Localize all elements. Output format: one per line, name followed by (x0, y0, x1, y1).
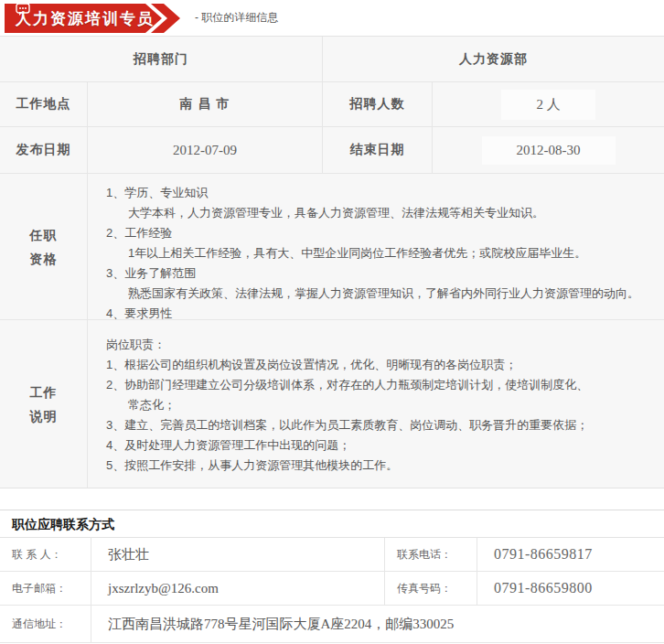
speech-bubble-icon (16, 3, 31, 16)
qualification-content: 1、学历、专业知识 大学本科，人力资源管理专业，具备人力资源管理、法律法规等相关… (88, 174, 664, 320)
job-description-label: 工作 说明 (0, 320, 88, 488)
address-value: 江西南昌洪城路778号星河国际大厦A座2204，邮编330025 (91, 606, 664, 643)
page-subtitle: - 职位的详细信息 (195, 10, 278, 26)
job-detail-table: 招聘部门 人力资源部 工作地点 南 昌 市 招聘人数 2 人 发布日期 2012… (0, 36, 664, 488)
contact-section: 职位应聘联系方式 联 系 人： 张壮壮 联系电话： 0791-86659817 … (0, 510, 664, 643)
description-line: 5、按照工作安排，从事人力资源管理其他模块的工作。 (106, 456, 398, 476)
job-title-ribbon: 人力资源培训专员 (5, 3, 187, 34)
page-header: 人力资源培训专员 - 职位的详细信息 (0, 0, 664, 36)
fax-label: 传真号码： (385, 572, 477, 606)
qualification-line: 熟悉国家有关政策、法律法规，掌握人力资源管理知识，了解省内外同行业人力资源管理的… (106, 284, 639, 304)
qualification-line: 2、工作经验 (106, 223, 172, 243)
contact-name-label: 联 系 人： (0, 538, 91, 572)
description-line: 4、及时处理人力资源管理工作中出现的问题； (106, 435, 350, 456)
qualification-line: 1、学历、专业知识 (106, 183, 208, 203)
qualification-line: 3、业务了解范围 (106, 263, 196, 284)
phone-label: 联系电话： (385, 538, 477, 572)
location-label: 工作地点 (0, 82, 88, 127)
publish-date-value: 2012-07-09 (88, 127, 323, 174)
contact-name-value: 张壮壮 (91, 538, 385, 572)
fax-value: 0791-86659800 (477, 572, 664, 606)
headcount-value: 2 人 (433, 82, 664, 127)
recruit-dept-value: 人力资源部 (323, 37, 664, 82)
end-date-value: 2012-08-30 (433, 127, 664, 174)
description-line: 1、根据公司的组织机构设置及岗位设置情况，优化、明晰现有的各岗位职责； (106, 355, 517, 375)
description-line: 岗位职责： (106, 335, 166, 355)
job-description-content: 岗位职责： 1、根据公司的组织机构设置及岗位设置情况，优化、明晰现有的各岗位职责… (88, 320, 664, 488)
location-value: 南 昌 市 (88, 82, 323, 127)
contact-section-title: 职位应聘联系方式 (0, 510, 664, 538)
qualification-label: 任职 资格 (0, 174, 88, 320)
address-label: 通信地址： (0, 606, 91, 643)
qualification-line: 1年以上相关工作经验，具有大、中型企业同岗位工作经验者优先；或院校应届毕业生。 (106, 243, 586, 263)
email-label: 电子邮箱： (0, 572, 91, 606)
end-date-label: 结束日期 (323, 127, 433, 174)
description-line: 常态化； (106, 395, 176, 415)
publish-date-label: 发布日期 (0, 127, 88, 174)
qualification-line: 大学本科，人力资源管理专业，具备人力资源管理、法律法规等相关专业知识。 (106, 203, 544, 223)
recruit-dept-label: 招聘部门 (0, 37, 323, 82)
job-title: 人力资源培训专员 (16, 8, 155, 29)
description-line: 2、协助部门经理建立公司分级培训体系，对存在的人力瓶颈制定培训计划，使培训制度化… (106, 375, 588, 395)
email-value: jxszrlzyb@126.com (91, 572, 385, 606)
contact-table: 联 系 人： 张壮壮 联系电话： 0791-86659817 电子邮箱： jxs… (0, 538, 664, 643)
headcount-label: 招聘人数 (323, 82, 433, 127)
phone-value: 0791-86659817 (477, 538, 664, 572)
description-line: 3、建立、完善员工的培训档案，以此作为员工素质教育、岗位调动、职务晋升的重要依据… (106, 415, 588, 435)
section-gap (0, 488, 664, 510)
